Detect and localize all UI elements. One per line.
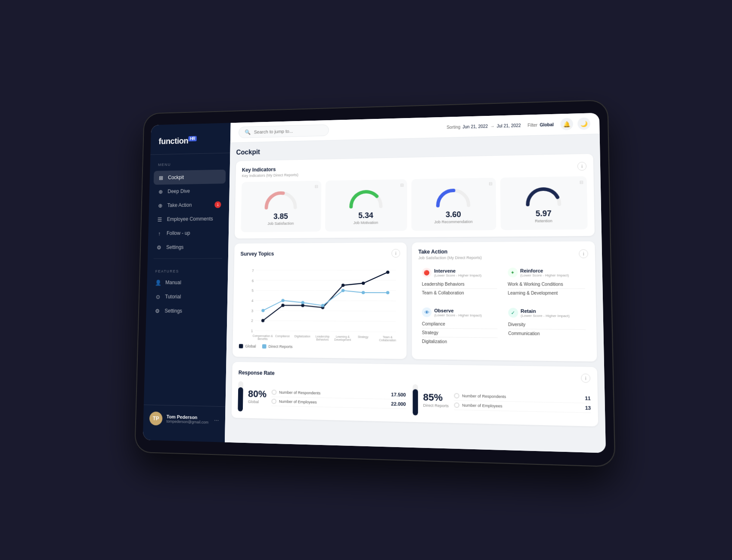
search-input[interactable] bbox=[254, 128, 323, 135]
sidebar-item-manual[interactable]: 👤 Manual bbox=[147, 275, 228, 289]
user-area: TP Tom Pederson tompederson@gmail.com ··… bbox=[143, 404, 225, 433]
response-rate-info-icon[interactable]: i bbox=[581, 373, 590, 383]
sidebar-item-employee-comments[interactable]: ☰ Employee Comments bbox=[149, 212, 229, 227]
reinforce-icon: ✦ bbox=[508, 268, 518, 277]
take-action-header: Take Action Job Satisfaction (My Direct … bbox=[419, 248, 588, 260]
svg-point-25 bbox=[341, 289, 345, 292]
sidebar-item-cockpit[interactable]: ⊞ Cockpit bbox=[154, 170, 226, 185]
retain-title: Retain bbox=[521, 308, 570, 314]
svg-text:Development: Development bbox=[334, 338, 351, 342]
take-action-badge: 1 bbox=[214, 201, 221, 208]
search-bar[interactable]: 🔍 bbox=[239, 124, 329, 138]
legend-direct-reports: Direct Reports bbox=[262, 344, 293, 349]
response-direct-reports: 85% Direct Reports Number of Respondents bbox=[413, 384, 591, 420]
expand-icon-0[interactable]: ⊟ bbox=[314, 184, 318, 189]
dr-employees-label: Number of Employees bbox=[454, 402, 502, 409]
survey-topics-card: Survey Topics i bbox=[233, 243, 406, 359]
settings-feature-icon: ⚙ bbox=[154, 308, 161, 314]
legend-global-dot bbox=[239, 344, 243, 348]
sidebar-item-tutorial[interactable]: ⊙ Tutorial bbox=[146, 289, 227, 304]
retain-item-1[interactable]: Communication bbox=[508, 329, 586, 338]
intervene-item-0[interactable]: Leadership Behaviors bbox=[422, 280, 497, 289]
indicator-card-1: ⊟ 5.34 Job Motivation bbox=[325, 179, 407, 231]
intervene-item-1[interactable]: Team & Collaboration bbox=[422, 289, 497, 297]
intervene-header: 🔴 Intervene (Lower Score - Higher Impact… bbox=[422, 268, 497, 277]
take-action-info-icon[interactable]: i bbox=[579, 249, 588, 258]
direct-reports-label: Direct Reports bbox=[423, 403, 449, 408]
svg-point-23 bbox=[301, 301, 304, 305]
survey-topics-title: Survey Topics bbox=[240, 251, 274, 257]
direct-reports-percent-block: 85% Direct Reports bbox=[423, 392, 449, 408]
response-rate-title: Response Rate bbox=[239, 370, 275, 376]
action-observe: 👁 Observe (Lower Score - Higher Impact) … bbox=[419, 304, 501, 350]
expand-icon-1[interactable]: ⊟ bbox=[400, 183, 403, 187]
reinforce-item-0[interactable]: Work & Working Conditions bbox=[508, 280, 585, 289]
svg-point-20 bbox=[386, 271, 390, 274]
expand-icon-2[interactable]: ⊟ bbox=[488, 181, 492, 186]
retain-subtitle: (Lower Score - Higher Impact) bbox=[521, 314, 570, 318]
svg-point-15 bbox=[281, 304, 284, 307]
observe-item-1[interactable]: Strategy bbox=[422, 328, 497, 338]
global-employees-value: 22.000 bbox=[391, 401, 406, 407]
svg-text:Behaviors: Behaviors bbox=[316, 338, 329, 341]
take-action-title-block: Take Action Job Satisfaction (My Direct … bbox=[419, 249, 482, 260]
observe-header: 👁 Observe (Lower Score - Higher Impact) bbox=[422, 308, 497, 317]
tablet-frame: functionHR MENU ⊞ Cockpit ⊕ Deep Dive ⊕ … bbox=[134, 100, 615, 467]
topbar-right: Sorting Jun 21, 2022 → Jul 21, 2022 Filt… bbox=[447, 118, 590, 133]
survey-chart: 7 6 5 4 3 2 1 bbox=[239, 264, 400, 342]
logo-area: functionHR bbox=[150, 131, 230, 155]
svg-point-21 bbox=[261, 309, 264, 312]
tutorial-icon: ⊙ bbox=[155, 293, 161, 300]
gauge-label-0: Job Satisfaction bbox=[245, 221, 316, 226]
svg-text:Strategy: Strategy bbox=[358, 335, 369, 339]
svg-line-2 bbox=[255, 290, 396, 291]
direct-reports-progress-bar bbox=[413, 384, 418, 415]
survey-topics-info-icon[interactable]: i bbox=[391, 249, 400, 258]
expand-icon-3[interactable]: ⊟ bbox=[580, 180, 583, 184]
svg-text:4: 4 bbox=[251, 299, 254, 303]
gauge-value-2: 3.60 bbox=[416, 210, 491, 219]
sidebar-item-settings[interactable]: ⚙ Settings bbox=[148, 240, 229, 255]
sidebar-item-take-action[interactable]: ⊕ Take Action 1 bbox=[149, 198, 230, 213]
dark-mode-button[interactable]: 🌙 bbox=[577, 118, 590, 130]
observe-item-0[interactable]: Compliance bbox=[422, 320, 497, 329]
svg-point-26 bbox=[362, 291, 365, 294]
follow-up-icon: ↑ bbox=[156, 230, 163, 236]
intervene-subtitle: (Lower Score - Higher Impact) bbox=[434, 273, 481, 277]
legend-global: Global bbox=[239, 344, 256, 348]
employees-dot bbox=[271, 399, 276, 404]
key-indicators-info-icon[interactable]: i bbox=[577, 162, 587, 171]
indicator-card-0: ⊟ 3.85 Job Satisfaction bbox=[241, 180, 321, 232]
dr-respondents-dot bbox=[454, 393, 459, 398]
take-action-grid: 🔴 Intervene (Lower Score - Higher Impact… bbox=[419, 264, 590, 351]
sidebar-item-settings-feature[interactable]: ⚙ Settings bbox=[146, 304, 227, 318]
direct-reports-percent: 85% bbox=[423, 392, 449, 403]
observe-title: Observe bbox=[434, 308, 481, 313]
gauge-value-0: 3.85 bbox=[245, 212, 316, 221]
direct-reports-progress-fill bbox=[413, 389, 418, 416]
sidebar-divider bbox=[154, 258, 222, 259]
sidebar-item-follow-up[interactable]: ↑ Follow - up bbox=[148, 226, 229, 240]
action-intervene: 🔴 Intervene (Lower Score - Higher Impact… bbox=[419, 264, 501, 301]
reinforce-title: Reinforce bbox=[520, 268, 569, 273]
key-indicators-card: Key Indicators Key Indicators (My Direct… bbox=[235, 154, 595, 239]
svg-point-24 bbox=[321, 304, 325, 307]
reinforce-item-1[interactable]: Learning & Development bbox=[508, 289, 585, 297]
observe-item-2[interactable]: Digitalization bbox=[422, 337, 497, 346]
app-logo: functionHR bbox=[158, 135, 222, 146]
retain-item-0[interactable]: Diversity bbox=[508, 320, 586, 330]
svg-point-16 bbox=[301, 304, 304, 307]
sidebar-item-deep-dive[interactable]: ⊕ Deep Dive bbox=[149, 184, 230, 199]
sorting-start: Jun 21, 2022 bbox=[462, 124, 488, 129]
user-menu-icon[interactable]: ··· bbox=[214, 417, 219, 423]
intervene-icon: 🔴 bbox=[422, 268, 431, 277]
avatar: TP bbox=[149, 411, 163, 425]
gauge-value-3: 5.97 bbox=[505, 209, 583, 218]
tablet-inner: functionHR MENU ⊞ Cockpit ⊕ Deep Dive ⊕ … bbox=[143, 113, 606, 453]
key-indicators-title: Key Indicators bbox=[242, 166, 298, 173]
filter-value: Global bbox=[540, 122, 554, 127]
global-employees-label: Number of Employees bbox=[271, 399, 317, 405]
notification-button[interactable]: 🔔 bbox=[560, 118, 573, 131]
indicator-card-3: ⊟ 5.97 Retention bbox=[500, 176, 588, 230]
svg-text:Team &: Team & bbox=[383, 335, 393, 339]
